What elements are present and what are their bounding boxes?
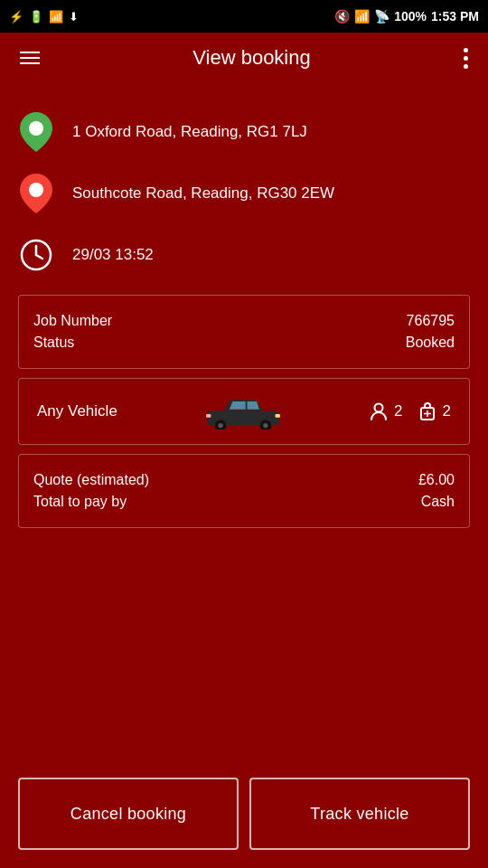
origin-row: 1 Oxford Road, Reading, RG1 7LJ [18, 101, 470, 163]
destination-address: Southcote Road, Reading, RG30 2EW [72, 184, 334, 203]
action-buttons: Cancel booking Track vehicle [0, 760, 488, 868]
status-bar: ⚡ 🔋 📶 ⬇ 🔇 📶 📡 100% 1:53 PM [0, 0, 488, 33]
svg-point-0 [29, 121, 43, 136]
main-content: 1 Oxford Road, Reading, RG1 7LJ Southcot… [0, 83, 488, 646]
more-options-button[interactable] [458, 42, 474, 74]
svg-point-12 [375, 404, 383, 412]
dot-1 [464, 48, 468, 52]
vehicle-card: Any Vehicle [18, 378, 470, 445]
job-info-card: Job Number 766795 Status Booked [18, 295, 470, 369]
origin-address: 1 Oxford Road, Reading, RG1 7LJ [72, 122, 307, 142]
svg-line-4 [36, 255, 42, 259]
dot-2 [464, 56, 468, 61]
status-value: Booked [406, 335, 455, 351]
quote-label: Quote (estimated) [33, 472, 149, 488]
passenger-count: 2 [369, 401, 402, 421]
clock: 1:53 PM [431, 9, 479, 24]
vehicle-name: Any Vehicle [37, 402, 117, 420]
page-title: View booking [45, 46, 458, 70]
hamburger-line-2 [20, 57, 40, 59]
payment-row: Total to pay by Cash [33, 491, 455, 513]
clock-icon [18, 237, 54, 273]
hamburger-menu-button[interactable] [14, 46, 45, 70]
passenger-number: 2 [394, 402, 402, 420]
job-number-value: 766795 [407, 313, 455, 329]
bottom-spacer [18, 537, 470, 646]
svg-point-1 [29, 183, 43, 197]
payment-label: Total to pay by [33, 494, 127, 510]
wifi-icon: 📶 [354, 9, 370, 24]
destination-row: Southcote Road, Reading, RG30 2EW [18, 163, 470, 224]
vehicle-meta: 2 2 [369, 401, 451, 421]
svg-rect-10 [276, 414, 280, 418]
hamburger-line-1 [20, 52, 40, 53]
track-vehicle-button[interactable]: Track vehicle [249, 778, 470, 850]
dot-3 [464, 64, 468, 69]
cancel-booking-button[interactable]: Cancel booking [18, 778, 239, 850]
svg-point-9 [263, 423, 267, 428]
usb-icon: ⚡ [9, 10, 23, 24]
luggage-count: 2 [418, 401, 451, 421]
download-icon: ⬇ [69, 10, 79, 24]
mute-icon: 🔇 [334, 9, 350, 24]
origin-pin-icon [18, 114, 54, 150]
quote-value: £6.00 [418, 472, 455, 488]
hamburger-line-3 [20, 62, 40, 64]
status-bar-left: ⚡ 🔋 📶 ⬇ [9, 10, 79, 24]
svg-rect-11 [206, 414, 211, 418]
status-label: Status [33, 335, 74, 351]
job-number-row: Job Number 766795 [33, 310, 455, 332]
svg-point-7 [218, 423, 222, 428]
quote-row: Quote (estimated) £6.00 [33, 469, 455, 491]
car-image [117, 393, 369, 429]
luggage-number: 2 [443, 402, 451, 420]
signal-icon: 📡 [374, 9, 389, 24]
status-row: Status Booked [33, 332, 455, 354]
toolbar: View booking [0, 33, 488, 83]
booking-datetime: 29/03 13:52 [72, 246, 154, 264]
battery-icon: 🔋 [29, 10, 43, 24]
payment-value: Cash [421, 494, 455, 510]
job-number-label: Job Number [33, 313, 112, 329]
sim-icon: 📶 [49, 10, 63, 24]
time-row: 29/03 13:52 [18, 224, 470, 286]
status-bar-right: 🔇 📶 📡 100% 1:53 PM [334, 9, 479, 24]
destination-pin-icon [18, 175, 54, 212]
battery-percent: 100% [394, 9, 427, 24]
quote-card: Quote (estimated) £6.00 Total to pay by … [18, 454, 470, 528]
